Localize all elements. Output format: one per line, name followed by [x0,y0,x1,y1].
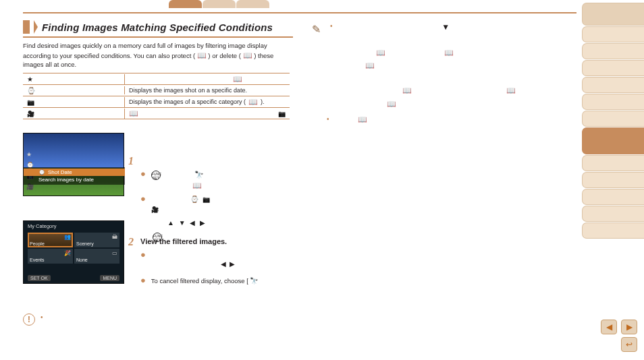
sidebar-item[interactable] [582,155,644,171]
table-row: Displays the images of a specific catego… [23,96,290,108]
sidebar-item[interactable] [582,222,644,239]
pencil-icon: ✎ [312,20,321,111]
book-icon[interactable]: 📖 [192,181,202,189]
clock-icon: ⌚ [27,87,35,94]
sidebar-item[interactable] [582,111,644,127]
book-icon[interactable]: 📖 [365,61,375,69]
movie-icon [151,206,159,213]
exclamation-icon: ! [23,313,35,326]
title-flag-icon [23,20,30,34]
scenery-icon: 🏔 [112,234,117,240]
binoculars-off-icon: 🔭 [250,277,258,284]
bullet-icon: ● [140,194,146,215]
next-page-button[interactable]: ▶ [621,320,637,334]
cond-desc: Displays the images of a specific catego… [129,98,246,105]
sidebar-item[interactable] [582,60,644,76]
warning-note: ! • [23,313,43,326]
events-icon: 🎉 [64,250,71,256]
intro-text: Find desired images quickly on a memory … [23,42,286,69]
thumb2-header: My Category [24,221,124,231]
step-2-line2: To cancel filtered display, choose [ 🔭 ]… [151,276,290,286]
thumb1-row1: Shot Date [48,169,72,175]
book-icon[interactable]: 📖 [233,75,242,84]
step-1-line2: ⌚ [151,194,210,215]
back-button[interactable]: ↩ [621,337,637,352]
book-icon[interactable]: 📖 [197,51,207,59]
sidebar-item[interactable] [582,189,644,205]
conditions-table: ★Favorites Displays images tagged as fav… [23,73,290,119]
none-icon: ▭ [112,250,117,256]
bullet-icon: ● [140,276,146,286]
book-icon[interactable]: 📖 [376,49,385,57]
bullet-icon: • [41,313,43,321]
note-line-2: 📖 [333,113,368,127]
step-1-number: 1 [128,155,134,242]
category-cell: 🎉Events [28,249,73,264]
bullet-icon: • [327,113,329,127]
screenshot-shot-date: ★ ⌚ 📷 🎥 ⌚Shot Date Search images by date [23,133,124,196]
step-2-number: 2 [128,236,134,289]
category-cell: 🏔Scenery [74,233,119,247]
funcset-icon: FUNCSET [151,171,161,180]
sidebar-item[interactable] [582,206,644,222]
sidebar-item[interactable] [582,43,644,59]
clock-icon: ⌚ [38,169,45,175]
book-icon[interactable]: 📖 [402,86,412,94]
prev-page-button[interactable]: ◀ [601,320,617,334]
table-row: ★Favorites Displays images tagged as fav… [23,73,290,85]
camera-icon [203,196,210,203]
camera-icon [278,110,286,117]
book-icon[interactable]: 📖 [248,98,258,107]
sidebar [582,3,644,239]
step-1: 1 . ● FUNCSET 🔭 📖 ● [128,155,297,242]
star-icon: ★ [27,76,33,83]
book-icon[interactable]: 📖 [387,100,396,108]
arrow-buttons: ▲ ▼ ◀ ▶ [167,218,210,228]
people-icon: 👥 [64,234,71,240]
screenshot-category: My Category 👥People 🏔Scenery 🎉Events ▭No… [23,220,124,284]
page-title-wrap: Finding Images Matching Specified Condit… [23,20,293,38]
page-nav: ◀ ▶ ↩ [601,320,637,352]
bullet-icon: ● [140,169,146,191]
intro-b: ) or delete ( [208,52,241,59]
chevron-down-icon: ▼ [441,22,450,32]
book-icon[interactable]: 📖 [358,115,367,123]
page-title: Finding Images Matching Specified Condit… [42,22,273,33]
category-cell: 👥People [28,233,73,247]
book-icon[interactable]: 📖 [444,49,454,57]
book-icon[interactable]: 📖 [506,86,516,94]
camera-icon [27,98,34,106]
sidebar-item-active[interactable] [582,127,644,154]
memo-note: ✎ • ▼ 📖 📖 📖 [312,20,575,129]
sidebar-item[interactable] [582,77,644,93]
book-icon[interactable]: 📖 [243,51,252,59]
table-row: 📖 [23,108,290,119]
sidebar-item[interactable] [582,172,644,188]
set-ok-button: SET OK [28,275,51,281]
step-1-line1: FUNCSET 🔭 📖 [151,169,204,191]
category-cell: ▭None [74,249,119,264]
sidebar-item[interactable] [582,3,644,26]
step-2-title: View the filtered images. [140,236,290,247]
title-flag2-icon [34,20,38,34]
step-2-line1: ◀ ▶ [151,250,235,270]
step-2: 2 View the filtered images. ● ◀ ▶ ● To c… [128,236,304,289]
binoculars-icon: 🔭 [194,171,204,179]
table-row: ⌚ Displays the images shot on a specific… [23,85,290,96]
sidebar-item[interactable] [582,94,644,110]
cond-desc: Displays the images shot on a specific d… [129,87,247,94]
menu-button: MENU [100,275,119,281]
book-icon[interactable]: 📖 [129,109,138,118]
thumb1-row2: Search images by date [38,177,94,183]
sidebar-item[interactable] [582,26,644,42]
bullet-icon: ● [140,250,146,270]
clock-icon: ⌚ [190,196,198,203]
movie-icon [27,110,34,117]
bullet-icon: • [330,20,333,111]
note-line-1: ▼ 📖 📖 📖 📖 📖 [337,20,516,111]
star-icon: ★ [26,151,34,158]
